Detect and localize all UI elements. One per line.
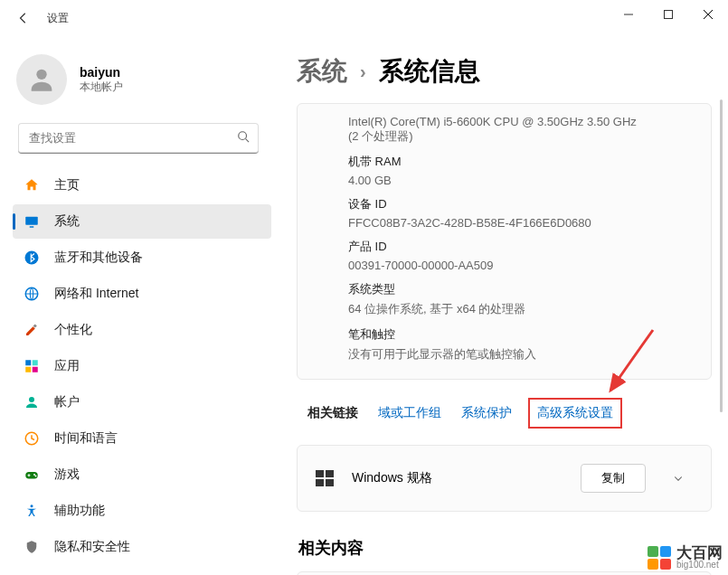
sidebar-item-gaming[interactable]: 游戏 xyxy=(13,457,271,492)
sidebar-item-apps[interactable]: 应用 xyxy=(13,349,271,383)
system-icon xyxy=(24,213,40,230)
svg-rect-22 xyxy=(316,470,324,477)
svg-rect-1 xyxy=(665,11,673,19)
gaming-icon xyxy=(24,467,40,483)
device-specs-card: Intel(R) Core(TM) i5-6600K CPU @ 3.50GHz… xyxy=(297,103,712,380)
svg-rect-11 xyxy=(33,324,37,327)
link-system-protection[interactable]: 系统保护 xyxy=(461,405,512,421)
svg-point-19 xyxy=(33,474,35,476)
device-id-label: 设备 ID xyxy=(348,196,695,212)
bluetooth-icon xyxy=(24,250,40,266)
sidebar-item-home[interactable]: 主页 xyxy=(13,168,271,203)
svg-rect-15 xyxy=(33,367,38,372)
svg-rect-8 xyxy=(30,226,34,228)
svg-rect-24 xyxy=(316,479,324,486)
svg-point-20 xyxy=(35,476,37,477)
sidebar-item-label: 游戏 xyxy=(54,467,80,483)
personalization-icon xyxy=(24,322,40,338)
sidebar-item-label: 主页 xyxy=(54,177,80,193)
svg-rect-7 xyxy=(25,217,38,225)
pen-touch-label: 笔和触控 xyxy=(348,326,695,343)
avatar xyxy=(16,54,67,105)
window-title: 设置 xyxy=(47,11,69,26)
sidebar-item-label: 网络和 Internet xyxy=(54,286,138,302)
svg-point-5 xyxy=(239,132,247,140)
sidebar-item-label: 帐户 xyxy=(54,394,80,410)
copy-button[interactable]: 复制 xyxy=(581,464,646,493)
related-content-activation[interactable]: 产品密钥和激活 xyxy=(297,571,712,575)
svg-rect-14 xyxy=(25,367,31,372)
sidebar-item-label: 个性化 xyxy=(54,322,92,338)
product-id-value: 00391-70000-00000-AA509 xyxy=(348,259,695,272)
related-links: 相关链接 域或工作组 系统保护 高级系统设置 xyxy=(297,391,712,438)
svg-rect-13 xyxy=(33,360,38,365)
maximize-button[interactable] xyxy=(648,0,688,29)
sidebar-item-label: 时间和语言 xyxy=(54,430,118,447)
sidebar-item-label: 隐私和安全性 xyxy=(54,539,130,555)
accessibility-icon xyxy=(24,503,40,519)
windows-icon xyxy=(314,467,336,489)
sidebar-item-accessibility[interactable]: 辅助功能 xyxy=(13,494,271,528)
sidebar-item-label: 应用 xyxy=(54,358,80,374)
sidebar-item-privacy[interactable]: 隐私和安全性 xyxy=(13,530,271,564)
product-id-label: 产品 ID xyxy=(348,239,695,255)
svg-rect-12 xyxy=(25,360,31,365)
watermark-name: 大百网 xyxy=(676,545,723,561)
windows-spec-title: Windows 规格 xyxy=(352,470,564,486)
accounts-icon xyxy=(24,394,40,410)
network-icon xyxy=(24,286,40,302)
search-input[interactable] xyxy=(18,123,259,154)
apps-icon xyxy=(24,358,40,374)
sidebar-item-personalization[interactable]: 个性化 xyxy=(13,313,271,347)
breadcrumb-current: 系统信息 xyxy=(379,54,480,89)
main-content: 系统 › 系统信息 Intel(R) Core(TM) i5-6600K CPU… xyxy=(271,36,728,575)
sidebar-item-label: 辅助功能 xyxy=(54,503,105,519)
system-type-label: 系统类型 xyxy=(348,281,695,297)
svg-rect-25 xyxy=(326,479,334,486)
sidebar-item-label: 蓝牙和其他设备 xyxy=(54,250,143,266)
windows-spec-card[interactable]: Windows 规格 复制 xyxy=(297,445,712,512)
link-advanced-system-settings[interactable]: 高级系统设置 xyxy=(532,401,619,425)
profile-name: baiyun xyxy=(80,65,123,80)
close-button[interactable] xyxy=(688,0,728,29)
sidebar-item-system[interactable]: 系统 xyxy=(13,204,271,239)
sidebar-item-bluetooth[interactable]: 蓝牙和其他设备 xyxy=(13,240,271,275)
link-domain-workgroup[interactable]: 域或工作组 xyxy=(378,405,441,421)
privacy-icon xyxy=(24,539,40,555)
expand-button[interactable] xyxy=(662,462,695,495)
sidebar: baiyun 本地帐户 主页系统蓝牙和其他设备网络和 Internet个性化应用… xyxy=(0,36,271,575)
svg-line-6 xyxy=(246,139,250,143)
watermark-url: big100.net xyxy=(676,561,723,570)
scrollbar[interactable] xyxy=(720,99,723,412)
home-icon xyxy=(24,177,40,193)
sidebar-item-label: 系统 xyxy=(54,213,80,230)
related-links-label: 相关链接 xyxy=(307,405,358,421)
sidebar-item-time[interactable]: 时间和语言 xyxy=(13,421,271,456)
back-button[interactable] xyxy=(7,2,40,34)
ram-label: 机带 RAM xyxy=(348,154,695,170)
svg-point-21 xyxy=(31,504,33,507)
svg-point-4 xyxy=(36,70,46,80)
breadcrumb: 系统 › 系统信息 xyxy=(297,54,712,89)
watermark-logo-icon xyxy=(648,546,671,570)
svg-point-9 xyxy=(25,251,39,265)
minimize-button[interactable] xyxy=(609,0,648,29)
system-type-value: 64 位操作系统, 基于 x64 的处理器 xyxy=(348,301,695,317)
watermark: 大百网 big100.net xyxy=(648,545,723,570)
time-icon xyxy=(24,430,40,447)
search-icon xyxy=(237,130,250,146)
profile-subtitle: 本地帐户 xyxy=(80,80,123,95)
ram-value: 4.00 GB xyxy=(348,174,695,187)
chevron-right-icon: › xyxy=(360,61,366,82)
svg-point-16 xyxy=(29,397,34,402)
sidebar-item-accounts[interactable]: 帐户 xyxy=(13,385,271,419)
breadcrumb-root[interactable]: 系统 xyxy=(297,54,347,89)
profile-block[interactable]: baiyun 本地帐户 xyxy=(13,47,271,123)
cpu-value: Intel(R) Core(TM) i5-6600K CPU @ 3.50GHz… xyxy=(348,115,695,145)
pen-touch-value: 没有可用于此显示器的笔或触控输入 xyxy=(348,346,695,363)
svg-rect-23 xyxy=(326,470,334,477)
sidebar-item-network[interactable]: 网络和 Internet xyxy=(13,277,271,311)
device-id-value: FFCC08B7-3A2C-428D-B58E-4F166E6D0680 xyxy=(348,216,695,230)
